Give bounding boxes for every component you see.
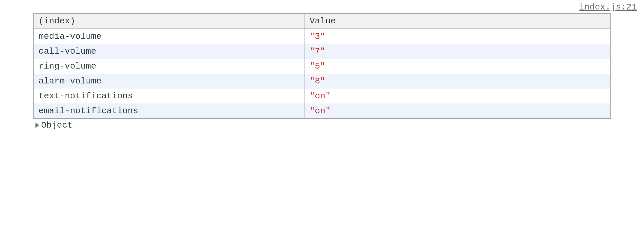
cell-value: "on"	[305, 89, 610, 103]
table-row[interactable]: media-volume "3"	[34, 29, 610, 44]
cell-value: "on"	[305, 103, 610, 119]
cell-value: "3"	[305, 29, 610, 44]
col-header-value[interactable]: Value	[305, 13, 610, 29]
cell-value: "5"	[305, 59, 610, 74]
disclosure-triangle-icon[interactable]	[35, 123, 39, 128]
cell-index: alarm-volume	[34, 74, 305, 89]
cell-index: call-volume	[34, 44, 305, 59]
cell-index: media-volume	[34, 29, 305, 44]
table-row[interactable]: email-notifications "on"	[34, 103, 610, 119]
table-row[interactable]: alarm-volume "8"	[34, 74, 610, 89]
object-summary-row[interactable]: Object	[0, 119, 644, 130]
cell-index: text-notifications	[34, 89, 305, 103]
cell-index: email-notifications	[34, 103, 305, 119]
console-table: (index) Value media-volume "3" call-volu…	[33, 13, 611, 119]
table-row[interactable]: call-volume "7"	[34, 44, 610, 59]
console-table-wrap: (index) Value media-volume "3" call-volu…	[0, 13, 644, 119]
cell-value: "8"	[305, 74, 610, 89]
table-row[interactable]: ring-volume "5"	[34, 59, 610, 74]
table-header-row: (index) Value	[34, 13, 610, 29]
console-table-entry: index.js:21 (index) Value media-volume "…	[0, 0, 644, 134]
cell-index: ring-volume	[34, 59, 305, 74]
table-row[interactable]: text-notifications "on"	[34, 89, 610, 103]
object-summary-label: Object	[41, 120, 72, 130]
col-header-index[interactable]: (index)	[34, 13, 305, 29]
cell-value: "7"	[305, 44, 610, 59]
source-link[interactable]: index.js:21	[579, 2, 637, 12]
source-link-row: index.js:21	[0, 2, 644, 13]
